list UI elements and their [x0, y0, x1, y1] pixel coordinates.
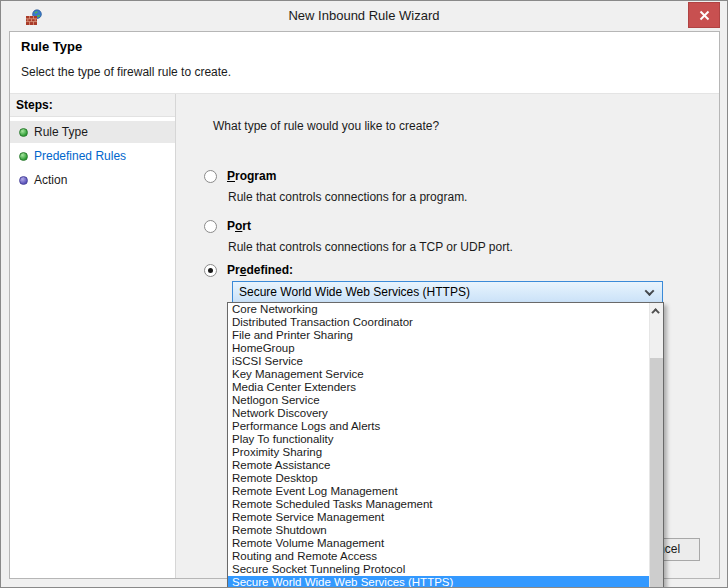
- dropdown-item[interactable]: Media Center Extenders: [228, 381, 663, 394]
- steps-list: Rule TypePredefined RulesAction: [10, 117, 175, 191]
- dropdown-item[interactable]: Network Discovery: [228, 407, 663, 420]
- chevron-down-icon: [645, 286, 655, 296]
- step-label: Predefined Rules: [34, 149, 126, 163]
- radio-label-program[interactable]: Program: [227, 169, 276, 183]
- radio-label-predefined[interactable]: Predefined:: [227, 263, 293, 277]
- scroll-up-button[interactable]: [650, 303, 663, 318]
- step-bullet-icon: [19, 176, 28, 185]
- radio-option-port[interactable]: Port: [204, 219, 251, 233]
- dropdown-item[interactable]: Remote Assistance: [228, 459, 663, 472]
- dropdown-item[interactable]: iSCSI Service: [228, 355, 663, 368]
- chevron-up-icon: [651, 308, 659, 316]
- dropdown-item[interactable]: Routing and Remote Access: [228, 550, 663, 563]
- radio-button-port[interactable]: [204, 220, 217, 233]
- radio-button-program[interactable]: [204, 170, 217, 183]
- step-item-action[interactable]: Action: [10, 169, 175, 191]
- dropdown-item[interactable]: Remote Desktop: [228, 472, 663, 485]
- question-text: What type of rule would you like to crea…: [213, 119, 439, 133]
- dropdown-item-selected[interactable]: Secure World Wide Web Services (HTTPS): [228, 576, 663, 588]
- dropdown-item[interactable]: File and Printer Sharing: [228, 329, 663, 342]
- step-bullet-icon: [19, 128, 28, 137]
- radio-option-predefined[interactable]: Predefined:: [204, 263, 293, 277]
- services-dropdown-list: Core NetworkingDistributed Transaction C…: [227, 302, 664, 588]
- dropdown-item[interactable]: Remote Volume Management: [228, 537, 663, 550]
- dropdown-item[interactable]: Core Networking: [228, 303, 663, 316]
- dropdown-item[interactable]: Secure Socket Tunneling Protocol: [228, 563, 663, 576]
- dropdown-item[interactable]: Remote Scheduled Tasks Management: [228, 498, 663, 511]
- close-button[interactable]: [688, 2, 720, 28]
- dropdown-item[interactable]: Play To functionality: [228, 433, 663, 446]
- window-title: New Inbound Rule Wizard: [1, 1, 727, 31]
- radio-button-predefined[interactable]: [204, 264, 217, 277]
- header-band: Rule Type Select the type of firewall ru…: [10, 32, 719, 94]
- dropdown-item[interactable]: Proximity Sharing: [228, 446, 663, 459]
- dropdown-item[interactable]: Netlogon Service: [228, 394, 663, 407]
- scrollbar-thumb[interactable]: [650, 358, 663, 588]
- dropdown-item[interactable]: Remote Shutdown: [228, 524, 663, 537]
- page-subtitle: Select the type of firewall rule to crea…: [21, 65, 231, 79]
- step-item-rule-type[interactable]: Rule Type: [10, 121, 175, 143]
- close-icon: [699, 10, 710, 21]
- dropdown-item[interactable]: HomeGroup: [228, 342, 663, 355]
- radio-label-port[interactable]: Port: [227, 219, 251, 233]
- step-bullet-icon: [19, 152, 28, 161]
- dropdown-scrollbar[interactable]: [649, 303, 663, 588]
- dropdown-item[interactable]: Performance Logs and Alerts: [228, 420, 663, 433]
- step-item-predefined-rules[interactable]: Predefined Rules: [10, 145, 175, 167]
- dropdown-item[interactable]: Distributed Transaction Coordinator: [228, 316, 663, 329]
- step-label: Rule Type: [34, 125, 88, 139]
- dropdown-item[interactable]: Remote Service Management: [228, 511, 663, 524]
- radio-description-port: Rule that controls connections for a TCP…: [228, 240, 513, 254]
- titlebar: New Inbound Rule Wizard: [1, 1, 727, 31]
- page-title: Rule Type: [21, 39, 82, 54]
- dropdown-item[interactable]: Key Management Service: [228, 368, 663, 381]
- predefined-combobox[interactable]: Secure World Wide Web Services (HTTPS): [232, 281, 663, 303]
- radio-description-program: Rule that controls connections for a pro…: [228, 190, 467, 204]
- radio-option-program[interactable]: Program: [204, 169, 276, 183]
- dropdown-item[interactable]: Remote Event Log Management: [228, 485, 663, 498]
- wizard-window: New Inbound Rule Wizard Rule Type Select…: [0, 0, 728, 588]
- combobox-value: Secure World Wide Web Services (HTTPS): [233, 285, 646, 299]
- steps-panel: Steps: Rule TypePredefined RulesAction: [10, 94, 176, 578]
- steps-heading: Steps:: [10, 94, 175, 117]
- services-dropdown-list-items: Core NetworkingDistributed Transaction C…: [228, 303, 663, 588]
- step-label: Action: [34, 173, 67, 187]
